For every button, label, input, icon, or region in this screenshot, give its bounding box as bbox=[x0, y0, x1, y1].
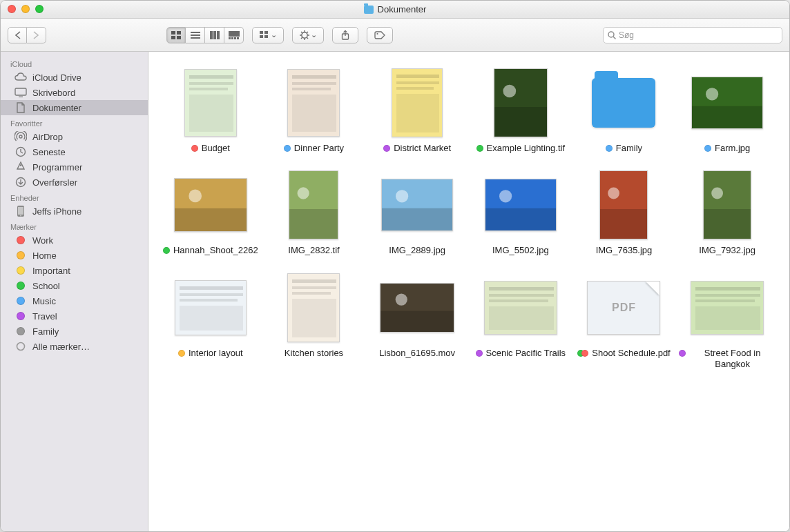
file-thumbnail bbox=[703, 170, 751, 239]
file-thumb-wrap bbox=[689, 68, 765, 137]
search-input[interactable] bbox=[619, 30, 778, 40]
sidebar-item[interactable]: Home bbox=[1, 248, 148, 263]
file-item[interactable]: Dinner Party bbox=[266, 68, 363, 154]
sidebar-item[interactable]: School bbox=[1, 278, 148, 293]
clock-icon bbox=[15, 146, 27, 157]
file-item[interactable]: IMG_7932.jpg bbox=[679, 170, 775, 256]
svg-point-94 bbox=[396, 293, 407, 305]
file-item[interactable]: Budget bbox=[162, 68, 259, 154]
file-item[interactable]: IMG_5502.jpg bbox=[472, 170, 569, 256]
svg-rect-85 bbox=[180, 299, 238, 302]
tag-dot-icon bbox=[15, 235, 27, 246]
icon-view-button[interactable] bbox=[166, 27, 186, 43]
file-label: Budget bbox=[191, 143, 230, 154]
file-thumbnail bbox=[175, 280, 247, 335]
minimize-window-button[interactable] bbox=[21, 5, 30, 13]
back-button[interactable] bbox=[8, 27, 27, 43]
tag-dot-icon bbox=[15, 280, 27, 291]
sidebar-item[interactable]: iCloud Drive bbox=[1, 70, 148, 85]
svg-rect-62 bbox=[692, 106, 763, 129]
arrange-button[interactable]: ⌄ bbox=[252, 27, 284, 43]
column-view-button[interactable] bbox=[205, 27, 224, 43]
file-item[interactable]: Farm.jpg bbox=[679, 68, 775, 154]
sidebar-item[interactable]: Alle mærker… bbox=[1, 339, 148, 354]
svg-rect-40 bbox=[18, 207, 23, 215]
sidebar-item[interactable]: Music bbox=[1, 293, 148, 308]
file-item[interactable]: Interior layout bbox=[162, 273, 259, 371]
svg-rect-1 bbox=[177, 31, 181, 35]
sidebar-item[interactable]: Jeffs iPhone bbox=[1, 204, 148, 219]
file-tag-icon bbox=[191, 145, 198, 152]
sidebar-item[interactable]: Work bbox=[1, 233, 148, 248]
svg-line-24 bbox=[301, 32, 302, 33]
chevron-down-icon: ⌄ bbox=[311, 30, 317, 39]
list-view-button[interactable] bbox=[186, 27, 205, 43]
sidebar-item[interactable]: Overførsler bbox=[1, 175, 148, 190]
svg-rect-2 bbox=[171, 36, 175, 39]
sidebar-item-label: Important bbox=[32, 266, 70, 276]
file-item[interactable]: Scenic Pacific Trails bbox=[472, 273, 569, 371]
svg-rect-90 bbox=[292, 292, 331, 295]
svg-rect-77 bbox=[600, 209, 648, 239]
sidebar-item-label: Seneste bbox=[32, 147, 66, 157]
file-thumbnail bbox=[287, 273, 340, 342]
file-thumb-wrap bbox=[276, 68, 351, 137]
sidebar-section-header: Favoritter bbox=[1, 115, 148, 129]
sidebar-item[interactable]: Dokumenter bbox=[1, 100, 148, 115]
file-thumb-wrap bbox=[173, 273, 249, 342]
tags-button[interactable] bbox=[367, 27, 393, 43]
sidebar-item[interactable]: Programmer bbox=[1, 159, 148, 175]
file-item[interactable]: District Market bbox=[369, 68, 465, 154]
file-item[interactable]: Hannah_Shoot_2262 bbox=[162, 170, 259, 256]
file-thumbnail bbox=[380, 283, 454, 333]
file-label: Example Lighting.tif bbox=[476, 143, 565, 154]
svg-point-75 bbox=[499, 190, 512, 202]
svg-rect-5 bbox=[191, 35, 200, 36]
close-window-button[interactable] bbox=[8, 5, 16, 13]
svg-rect-97 bbox=[489, 294, 554, 297]
svg-rect-68 bbox=[289, 209, 338, 239]
share-button[interactable] bbox=[332, 27, 358, 43]
file-item[interactable]: IMG_2889.jpg bbox=[369, 170, 465, 256]
file-thumbnail bbox=[691, 77, 763, 129]
sidebar-item[interactable]: Travel bbox=[1, 308, 148, 324]
file-item[interactable]: Kitchen stories bbox=[266, 273, 363, 371]
sidebar-section-header: Mærker bbox=[1, 219, 148, 233]
content-area: BudgetDinner PartyDistrict MarketExample… bbox=[148, 52, 789, 531]
svg-point-41 bbox=[20, 215, 21, 217]
svg-rect-3 bbox=[177, 36, 181, 39]
file-tag-icon bbox=[606, 145, 613, 152]
sidebar-item[interactable]: Important bbox=[1, 263, 148, 278]
gallery-view-button[interactable] bbox=[224, 27, 244, 43]
forward-button[interactable] bbox=[27, 27, 46, 43]
file-item[interactable]: IMG_7635.jpg bbox=[576, 170, 673, 256]
file-item[interactable]: Family bbox=[576, 68, 673, 154]
file-item[interactable]: Lisbon_61695.mov bbox=[369, 273, 465, 371]
sidebar-item[interactable]: AirDrop bbox=[1, 129, 148, 144]
file-thumb-wrap bbox=[483, 273, 559, 342]
svg-rect-0 bbox=[171, 31, 175, 35]
svg-rect-12 bbox=[231, 37, 233, 39]
file-thumb-wrap bbox=[379, 68, 455, 137]
svg-point-30 bbox=[376, 32, 378, 34]
svg-rect-101 bbox=[695, 287, 760, 290]
zoom-window-button[interactable] bbox=[35, 5, 44, 13]
file-item[interactable]: Example Lighting.tif bbox=[472, 68, 569, 154]
svg-rect-16 bbox=[264, 31, 268, 34]
sidebar-item[interactable]: Skrivebord bbox=[1, 85, 148, 100]
sidebar-item-label: Work bbox=[32, 235, 53, 246]
file-name: Lisbon_61695.mov bbox=[379, 348, 455, 359]
file-item[interactable]: PDFShoot Schedule.pdf bbox=[576, 273, 673, 371]
svg-point-35 bbox=[19, 135, 22, 138]
file-tag-icon bbox=[704, 145, 711, 152]
file-item[interactable]: Street Food in Bangkok bbox=[679, 273, 775, 371]
sidebar-item[interactable]: Seneste bbox=[1, 144, 148, 159]
search-field[interactable] bbox=[603, 27, 782, 43]
file-thumb-wrap bbox=[483, 68, 559, 137]
file-label: Street Food in Bangkok bbox=[679, 348, 775, 371]
sidebar-item[interactable]: Family bbox=[1, 324, 148, 339]
file-thumb-wrap bbox=[689, 170, 765, 239]
file-thumb-wrap bbox=[689, 273, 765, 342]
file-item[interactable]: IMG_2832.tif bbox=[266, 170, 363, 256]
action-button[interactable]: ⌄ bbox=[292, 27, 324, 43]
